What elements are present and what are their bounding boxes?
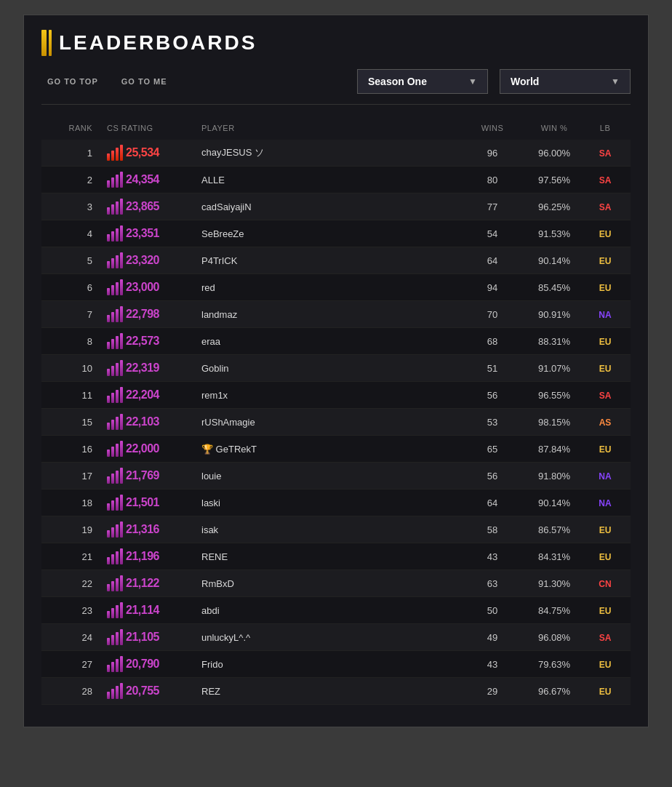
region-badge: EU [596,551,615,564]
wins-cell: 43 [463,551,521,562]
wins-cell: 58 [463,524,521,535]
table-row[interactable]: 1 25,534 chayJESUS ソ 96 96.00% SA [41,140,631,167]
region-badge: SA [596,174,615,187]
table-row[interactable]: 4 23,351 SeBreeZe 54 91.53% EU [41,220,631,247]
page-title: LEADERBOARDS [59,31,257,55]
rank-cell: 3 [49,201,107,212]
table-header: Rank CS Rating Player Wins Win % LB [41,119,631,137]
table-row[interactable]: 10 22,319 Goblin 51 91.07% EU [41,355,631,382]
region-cell: EU [587,254,623,267]
wins-cell: 43 [463,659,521,670]
rank-bar-4 [120,225,123,241]
region-badge: SA [596,147,615,160]
win-pct-cell: 96.55% [521,390,587,401]
win-pct-cell: 98.15% [521,417,587,428]
region-cell: EU [587,335,623,348]
region-badge: SA [596,631,615,644]
table-row[interactable]: 3 23,865 cadSaiyajiN 77 96.25% SA [41,193,631,220]
wins-cell: 56 [463,390,521,401]
controls-bar: GO TO TOP GO TO ME Season One ▼ World ▼ [41,69,631,105]
region-cell: SA [587,173,623,186]
table-row[interactable]: 27 20,790 Frido 43 79.63% EU [41,651,631,678]
win-pct-cell: 91.80% [521,471,587,482]
wins-cell: 80 [463,175,521,185]
cs-rating-cell: 21,316 [107,522,194,538]
cs-rating-cell: 21,105 [107,629,194,645]
rank-bar-2 [111,608,114,618]
region-cell: EU [587,281,623,294]
table-row[interactable]: 17 21,769 louie 56 91.80% NA [41,463,631,490]
table-row[interactable]: 16 22,000 🏆 GeTRekT 65 87.84% EU [41,436,631,463]
rank-bar-3 [116,336,119,349]
cs-rating-cell: 24,354 [107,172,194,188]
cs-rating-cell: 21,196 [107,548,194,564]
table-row[interactable]: 28 20,755 REZ 29 96.67% EU [41,678,631,705]
go-to-me-button[interactable]: GO TO ME [116,74,173,89]
season-dropdown[interactable]: Season One ▼ [357,69,488,94]
player-name: landmaz [194,309,463,320]
table-row[interactable]: 2 24,354 ALLE 80 97.56% SA [41,167,631,193]
wins-cell: 64 [463,255,521,266]
table-row[interactable]: 24 21,105 unluckyL^.^ 49 96.08% SA [41,624,631,651]
rank-bar-2 [111,177,114,188]
wins-cell: 49 [463,632,521,643]
rank-bar-3 [116,390,119,403]
rank-bar-1 [107,180,110,188]
region-badge: NA [596,308,614,321]
table-row[interactable]: 23 21,114 abdi 50 84.75% EU [41,597,631,624]
rank-bar-1 [107,638,110,645]
rank-bar-1 [107,153,110,161]
rank-bar-3 [116,363,119,376]
table-row[interactable]: 8 22,573 eraa 68 88.31% EU [41,328,631,355]
rank-bar-2 [111,662,114,672]
cs-rating-cell: 21,122 [107,575,194,591]
table-row[interactable]: 5 23,320 P4TrICK 64 90.14% EU [41,247,631,274]
table-row[interactable]: 7 22,798 landmaz 70 90.91% NA [41,301,631,328]
table-row[interactable]: 11 22,204 rem1x 56 96.55% SA [41,382,631,409]
rank-bars-icon [107,387,123,403]
rank-bar-4 [120,252,123,268]
win-pct-cell: 79.63% [521,659,587,670]
player-name: chayJESUS ソ [194,146,463,159]
player-name: P4TrICK [194,255,463,266]
win-pct-cell: 96.25% [521,201,587,212]
go-to-top-button[interactable]: GO TO TOP [41,74,104,89]
rank-bar-1 [107,476,110,484]
rank-bars-icon [107,522,123,538]
season-label: Season One [368,76,427,87]
rank-bar-1 [107,288,110,295]
player-name: cadSaiyajiN [194,201,463,212]
leaderboard-container: LEADERBOARDS GO TO TOP GO TO ME Season O… [23,15,649,727]
table-row[interactable]: 19 21,316 isak 58 86.57% EU [41,516,631,543]
rank-bar-1 [107,530,110,538]
cs-rating-cell: 22,573 [107,333,194,349]
rank-bars-icon [107,306,123,322]
rank-bar-2 [111,635,114,645]
rank-bar-2 [111,285,114,295]
rank-bar-2 [111,204,114,215]
rank-bars-icon [107,414,123,430]
rank-bar-1 [107,584,110,591]
rank-bar-4 [120,387,123,403]
table-row[interactable]: 22 21,122 RmBxD 63 91.30% CN [41,570,631,597]
header-icon-bar1 [41,30,47,56]
region-badge: EU [596,685,615,698]
region-cell: EU [587,604,623,617]
rank-bar-1 [107,450,110,457]
table-row[interactable]: 21 21,196 RENE 43 84.31% EU [41,543,631,570]
rank-bar-4 [120,199,123,215]
table-row[interactable]: 6 23,000 red 94 85.45% EU [41,274,631,301]
win-pct-cell: 96.08% [521,632,587,643]
region-dropdown[interactable]: World ▼ [500,69,631,94]
col-header-player: Player [194,124,463,132]
col-header-lb: LB [587,124,623,132]
rank-bar-1 [107,315,110,322]
rank-bar-3 [116,686,119,699]
table-row[interactable]: 15 22,103 rUShAmagie 53 98.15% AS [41,409,631,436]
cs-rating-value: 23,000 [126,281,159,294]
rank-bar-4 [120,629,123,645]
rank-bars-icon [107,602,123,618]
cs-rating-value: 22,000 [126,442,159,455]
rank-bar-2 [111,258,114,268]
table-row[interactable]: 18 21,501 laski 64 90.14% NA [41,490,631,516]
